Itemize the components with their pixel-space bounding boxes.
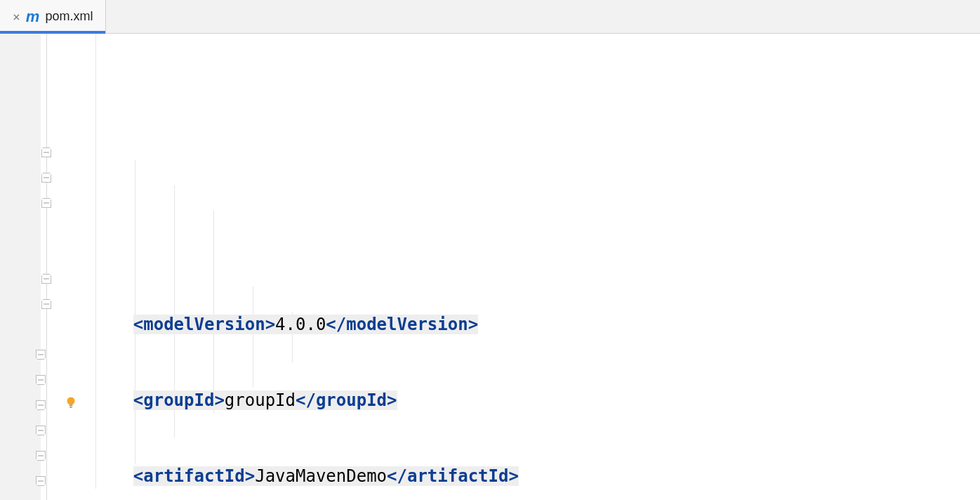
- close-icon[interactable]: ×: [13, 11, 20, 23]
- fold-open-icon[interactable]: [46, 274, 59, 287]
- fold-close-icon[interactable]: [41, 451, 53, 463]
- code-area[interactable]: <modelVersion>4.0.0</modelVersion> <grou…: [90, 34, 980, 500]
- fold-open-icon[interactable]: [46, 147, 59, 160]
- fold-close-icon[interactable]: [41, 400, 53, 413]
- svg-rect-2: [69, 407, 72, 407]
- fold-close-icon[interactable]: [41, 476, 53, 489]
- tab-pom-xml[interactable]: × m pom.xml: [0, 0, 106, 33]
- code-line[interactable]: <groupId>groupId</groupId>: [90, 388, 980, 413]
- tab-filename: pom.xml: [45, 9, 93, 24]
- code-editor[interactable]: <modelVersion>4.0.0</modelVersion> <grou…: [0, 34, 980, 500]
- gutter: [0, 34, 90, 500]
- fold-close-icon[interactable]: [41, 426, 53, 438]
- svg-rect-1: [69, 405, 73, 407]
- fold-open-icon[interactable]: [46, 173, 59, 185]
- fold-open-icon[interactable]: [46, 198, 59, 211]
- code-line[interactable]: <modelVersion>4.0.0</modelVersion>: [90, 312, 980, 337]
- fold-close-icon[interactable]: [41, 375, 53, 388]
- svg-point-0: [67, 397, 75, 405]
- intention-bulb-icon[interactable]: [65, 396, 77, 409]
- editor-tabbar: × m pom.xml: [0, 0, 980, 34]
- fold-open-icon[interactable]: [46, 299, 59, 312]
- code-line[interactable]: <artifactId>JavaMavenDemo</artifactId>: [90, 463, 980, 489]
- fold-close-icon[interactable]: [41, 350, 53, 362]
- maven-file-icon: m: [26, 8, 40, 26]
